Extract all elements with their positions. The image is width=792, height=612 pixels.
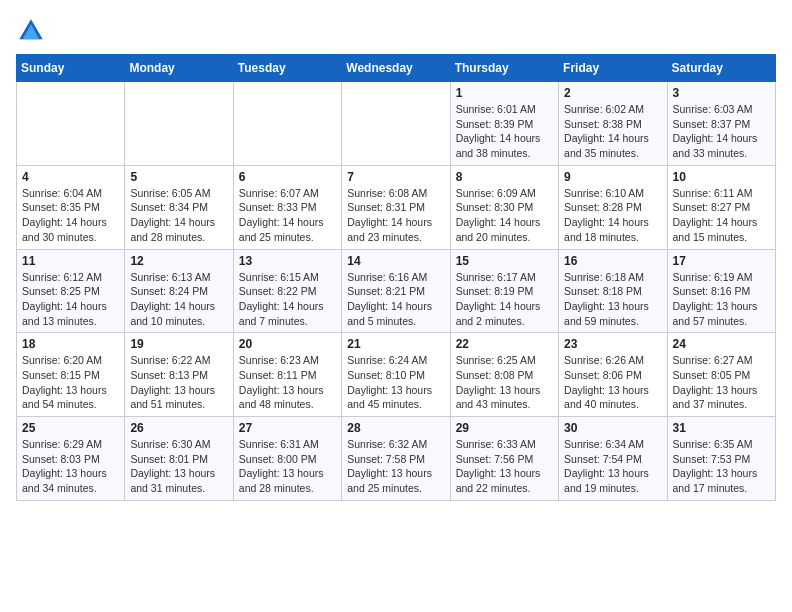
day-number: 27 bbox=[239, 421, 336, 435]
calendar-cell: 16Sunrise: 6:18 AM Sunset: 8:18 PM Dayli… bbox=[559, 249, 667, 333]
calendar-cell: 7Sunrise: 6:08 AM Sunset: 8:31 PM Daylig… bbox=[342, 165, 450, 249]
logo bbox=[16, 16, 50, 46]
weekday-header-friday: Friday bbox=[559, 55, 667, 82]
calendar-cell: 14Sunrise: 6:16 AM Sunset: 8:21 PM Dayli… bbox=[342, 249, 450, 333]
day-info: Sunrise: 6:31 AM Sunset: 8:00 PM Dayligh… bbox=[239, 437, 336, 496]
day-info: Sunrise: 6:34 AM Sunset: 7:54 PM Dayligh… bbox=[564, 437, 661, 496]
calendar-cell: 1Sunrise: 6:01 AM Sunset: 8:39 PM Daylig… bbox=[450, 82, 558, 166]
day-number: 26 bbox=[130, 421, 227, 435]
calendar-week-row: 18Sunrise: 6:20 AM Sunset: 8:15 PM Dayli… bbox=[17, 333, 776, 417]
day-number: 11 bbox=[22, 254, 119, 268]
day-number: 5 bbox=[130, 170, 227, 184]
weekday-header-monday: Monday bbox=[125, 55, 233, 82]
calendar-table: SundayMondayTuesdayWednesdayThursdayFrid… bbox=[16, 54, 776, 501]
day-info: Sunrise: 6:22 AM Sunset: 8:13 PM Dayligh… bbox=[130, 353, 227, 412]
day-info: Sunrise: 6:32 AM Sunset: 7:58 PM Dayligh… bbox=[347, 437, 444, 496]
calendar-cell: 8Sunrise: 6:09 AM Sunset: 8:30 PM Daylig… bbox=[450, 165, 558, 249]
day-info: Sunrise: 6:24 AM Sunset: 8:10 PM Dayligh… bbox=[347, 353, 444, 412]
logo-icon bbox=[16, 16, 46, 46]
calendar-cell: 30Sunrise: 6:34 AM Sunset: 7:54 PM Dayli… bbox=[559, 417, 667, 501]
calendar-cell bbox=[233, 82, 341, 166]
calendar-cell: 25Sunrise: 6:29 AM Sunset: 8:03 PM Dayli… bbox=[17, 417, 125, 501]
day-number: 19 bbox=[130, 337, 227, 351]
day-number: 15 bbox=[456, 254, 553, 268]
day-info: Sunrise: 6:10 AM Sunset: 8:28 PM Dayligh… bbox=[564, 186, 661, 245]
day-info: Sunrise: 6:19 AM Sunset: 8:16 PM Dayligh… bbox=[673, 270, 770, 329]
calendar-cell: 28Sunrise: 6:32 AM Sunset: 7:58 PM Dayli… bbox=[342, 417, 450, 501]
day-info: Sunrise: 6:33 AM Sunset: 7:56 PM Dayligh… bbox=[456, 437, 553, 496]
day-number: 2 bbox=[564, 86, 661, 100]
calendar-week-row: 25Sunrise: 6:29 AM Sunset: 8:03 PM Dayli… bbox=[17, 417, 776, 501]
day-number: 25 bbox=[22, 421, 119, 435]
day-number: 24 bbox=[673, 337, 770, 351]
day-number: 30 bbox=[564, 421, 661, 435]
day-info: Sunrise: 6:35 AM Sunset: 7:53 PM Dayligh… bbox=[673, 437, 770, 496]
calendar-cell bbox=[17, 82, 125, 166]
weekday-header-wednesday: Wednesday bbox=[342, 55, 450, 82]
calendar-cell: 29Sunrise: 6:33 AM Sunset: 7:56 PM Dayli… bbox=[450, 417, 558, 501]
calendar-cell: 2Sunrise: 6:02 AM Sunset: 8:38 PM Daylig… bbox=[559, 82, 667, 166]
day-info: Sunrise: 6:25 AM Sunset: 8:08 PM Dayligh… bbox=[456, 353, 553, 412]
day-number: 8 bbox=[456, 170, 553, 184]
day-info: Sunrise: 6:18 AM Sunset: 8:18 PM Dayligh… bbox=[564, 270, 661, 329]
calendar-cell: 21Sunrise: 6:24 AM Sunset: 8:10 PM Dayli… bbox=[342, 333, 450, 417]
day-number: 9 bbox=[564, 170, 661, 184]
weekday-header-thursday: Thursday bbox=[450, 55, 558, 82]
calendar-cell bbox=[125, 82, 233, 166]
calendar-cell: 24Sunrise: 6:27 AM Sunset: 8:05 PM Dayli… bbox=[667, 333, 775, 417]
day-info: Sunrise: 6:30 AM Sunset: 8:01 PM Dayligh… bbox=[130, 437, 227, 496]
day-info: Sunrise: 6:01 AM Sunset: 8:39 PM Dayligh… bbox=[456, 102, 553, 161]
day-number: 10 bbox=[673, 170, 770, 184]
calendar-cell: 15Sunrise: 6:17 AM Sunset: 8:19 PM Dayli… bbox=[450, 249, 558, 333]
day-info: Sunrise: 6:11 AM Sunset: 8:27 PM Dayligh… bbox=[673, 186, 770, 245]
day-info: Sunrise: 6:29 AM Sunset: 8:03 PM Dayligh… bbox=[22, 437, 119, 496]
day-info: Sunrise: 6:23 AM Sunset: 8:11 PM Dayligh… bbox=[239, 353, 336, 412]
day-info: Sunrise: 6:02 AM Sunset: 8:38 PM Dayligh… bbox=[564, 102, 661, 161]
day-number: 3 bbox=[673, 86, 770, 100]
day-info: Sunrise: 6:15 AM Sunset: 8:22 PM Dayligh… bbox=[239, 270, 336, 329]
calendar-cell: 22Sunrise: 6:25 AM Sunset: 8:08 PM Dayli… bbox=[450, 333, 558, 417]
day-number: 13 bbox=[239, 254, 336, 268]
calendar-cell: 9Sunrise: 6:10 AM Sunset: 8:28 PM Daylig… bbox=[559, 165, 667, 249]
calendar-cell bbox=[342, 82, 450, 166]
weekday-header-sunday: Sunday bbox=[17, 55, 125, 82]
calendar-cell: 23Sunrise: 6:26 AM Sunset: 8:06 PM Dayli… bbox=[559, 333, 667, 417]
day-number: 22 bbox=[456, 337, 553, 351]
day-info: Sunrise: 6:07 AM Sunset: 8:33 PM Dayligh… bbox=[239, 186, 336, 245]
day-number: 31 bbox=[673, 421, 770, 435]
calendar-cell: 13Sunrise: 6:15 AM Sunset: 8:22 PM Dayli… bbox=[233, 249, 341, 333]
calendar-cell: 20Sunrise: 6:23 AM Sunset: 8:11 PM Dayli… bbox=[233, 333, 341, 417]
day-info: Sunrise: 6:03 AM Sunset: 8:37 PM Dayligh… bbox=[673, 102, 770, 161]
calendar-cell: 26Sunrise: 6:30 AM Sunset: 8:01 PM Dayli… bbox=[125, 417, 233, 501]
day-info: Sunrise: 6:13 AM Sunset: 8:24 PM Dayligh… bbox=[130, 270, 227, 329]
day-number: 17 bbox=[673, 254, 770, 268]
calendar-cell: 19Sunrise: 6:22 AM Sunset: 8:13 PM Dayli… bbox=[125, 333, 233, 417]
calendar-cell: 5Sunrise: 6:05 AM Sunset: 8:34 PM Daylig… bbox=[125, 165, 233, 249]
calendar-cell: 6Sunrise: 6:07 AM Sunset: 8:33 PM Daylig… bbox=[233, 165, 341, 249]
calendar-cell: 31Sunrise: 6:35 AM Sunset: 7:53 PM Dayli… bbox=[667, 417, 775, 501]
day-number: 21 bbox=[347, 337, 444, 351]
day-info: Sunrise: 6:27 AM Sunset: 8:05 PM Dayligh… bbox=[673, 353, 770, 412]
day-info: Sunrise: 6:08 AM Sunset: 8:31 PM Dayligh… bbox=[347, 186, 444, 245]
day-number: 7 bbox=[347, 170, 444, 184]
day-info: Sunrise: 6:04 AM Sunset: 8:35 PM Dayligh… bbox=[22, 186, 119, 245]
day-info: Sunrise: 6:20 AM Sunset: 8:15 PM Dayligh… bbox=[22, 353, 119, 412]
day-info: Sunrise: 6:12 AM Sunset: 8:25 PM Dayligh… bbox=[22, 270, 119, 329]
calendar-header-row: SundayMondayTuesdayWednesdayThursdayFrid… bbox=[17, 55, 776, 82]
calendar-cell: 12Sunrise: 6:13 AM Sunset: 8:24 PM Dayli… bbox=[125, 249, 233, 333]
day-number: 28 bbox=[347, 421, 444, 435]
calendar-cell: 11Sunrise: 6:12 AM Sunset: 8:25 PM Dayli… bbox=[17, 249, 125, 333]
weekday-header-tuesday: Tuesday bbox=[233, 55, 341, 82]
day-number: 29 bbox=[456, 421, 553, 435]
page-header bbox=[16, 16, 776, 46]
calendar-cell: 10Sunrise: 6:11 AM Sunset: 8:27 PM Dayli… bbox=[667, 165, 775, 249]
day-number: 14 bbox=[347, 254, 444, 268]
day-number: 20 bbox=[239, 337, 336, 351]
day-number: 12 bbox=[130, 254, 227, 268]
calendar-cell: 17Sunrise: 6:19 AM Sunset: 8:16 PM Dayli… bbox=[667, 249, 775, 333]
day-info: Sunrise: 6:17 AM Sunset: 8:19 PM Dayligh… bbox=[456, 270, 553, 329]
calendar-cell: 4Sunrise: 6:04 AM Sunset: 8:35 PM Daylig… bbox=[17, 165, 125, 249]
day-info: Sunrise: 6:05 AM Sunset: 8:34 PM Dayligh… bbox=[130, 186, 227, 245]
calendar-cell: 18Sunrise: 6:20 AM Sunset: 8:15 PM Dayli… bbox=[17, 333, 125, 417]
calendar-week-row: 11Sunrise: 6:12 AM Sunset: 8:25 PM Dayli… bbox=[17, 249, 776, 333]
